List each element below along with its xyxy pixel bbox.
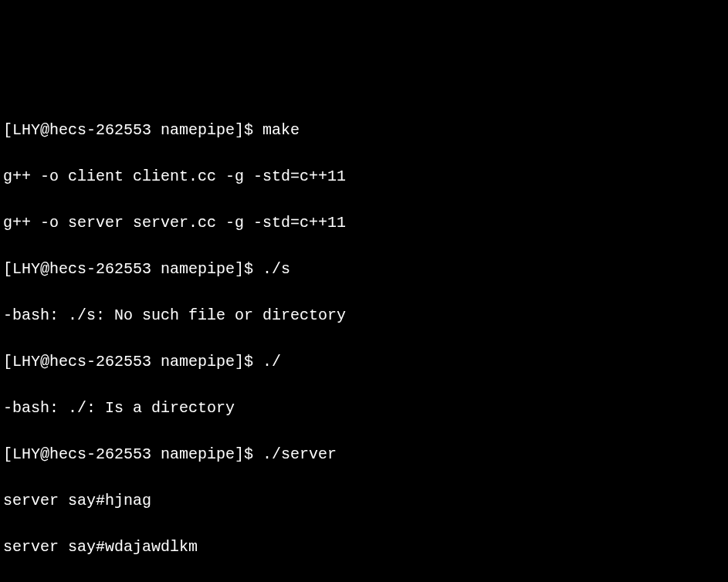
prompt: [LHY@hecs-262553 namepipe]$ [3,353,262,371]
prompt-line: [LHY@hecs-262553 namepipe]$ ./server [3,443,725,466]
terminal-output: [LHY@hecs-262553 namepipe]$ make g++ -o … [3,96,725,582]
output-line: -bash: ./s: No such file or directory [3,304,725,327]
output-line: g++ -o client client.cc -g -std=c++11 [3,165,725,188]
output-line: server say#wdajawdlkm [3,536,725,559]
command-run-dot: ./ [262,353,281,371]
prompt: [LHY@hecs-262553 namepipe]$ [3,260,262,278]
command-run-server: ./server [262,445,337,463]
prompt-line: [LHY@hecs-262553 namepipe]$ ./ [3,350,725,374]
prompt-line: [LHY@hecs-262553 namepipe]$ make [3,119,725,142]
command-make: make [262,121,300,139]
prompt: [LHY@hecs-262553 namepipe]$ [3,445,262,463]
prompt-line: [LHY@hecs-262553 namepipe]$ ./s [3,258,725,281]
output-line: g++ -o server server.cc -g -std=c++11 [3,211,725,235]
command-run-s: ./s [262,260,290,278]
output-line: server say#hjnag [3,489,725,513]
prompt: [LHY@hecs-262553 namepipe]$ [3,121,262,139]
output-line: -bash: ./: Is a directory [3,397,725,420]
